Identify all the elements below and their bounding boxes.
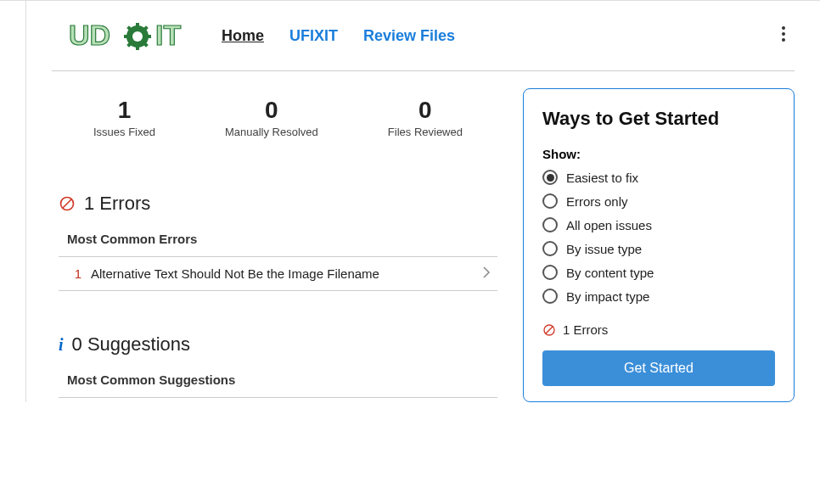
svg-line-16 xyxy=(63,199,71,208)
get-started-panel: Ways to Get Started Show: Easiest to fix… xyxy=(523,88,795,402)
get-started-button[interactable]: Get Started xyxy=(542,350,775,386)
radio-option[interactable]: By content type xyxy=(542,265,775,280)
svg-rect-3 xyxy=(136,23,139,28)
radio-indicator xyxy=(542,288,558,304)
stat-value: 1 xyxy=(93,97,155,124)
svg-rect-4 xyxy=(136,45,139,50)
udoit-logo: UD IT xyxy=(69,18,196,53)
issue-title: Alternative Text Should Not Be the Image… xyxy=(91,266,482,281)
radio-indicator xyxy=(542,217,558,232)
main-nav: Home UFIXIT Review Files xyxy=(222,27,455,45)
issue-count: 1 xyxy=(65,266,91,281)
suggestions-heading: i 0 Suggestions xyxy=(59,333,497,356)
nav-home[interactable]: Home xyxy=(222,27,264,45)
errors-heading: 1 Errors xyxy=(59,193,497,215)
svg-line-18 xyxy=(546,327,553,333)
panel-title: Ways to Get Started xyxy=(542,108,775,130)
stat-value: 0 xyxy=(225,97,318,124)
radio-label: All open issues xyxy=(566,218,652,232)
nav-ufixit[interactable]: UFIXIT xyxy=(289,27,338,45)
radio-option[interactable]: By impact type xyxy=(542,288,775,304)
info-icon: i xyxy=(59,335,64,355)
svg-rect-6 xyxy=(146,35,151,38)
chevron-right-icon xyxy=(482,266,491,282)
stat-value: 0 xyxy=(388,97,463,124)
radio-option[interactable]: Easiest to fix xyxy=(542,170,775,185)
svg-point-12 xyxy=(782,26,785,30)
radio-label: By impact type xyxy=(566,289,649,304)
divider xyxy=(59,397,497,398)
svg-point-14 xyxy=(782,38,785,42)
radio-label: By content type xyxy=(566,266,654,280)
radio-indicator xyxy=(542,193,558,209)
svg-rect-5 xyxy=(124,35,129,38)
suggestions-subhead: Most Common Suggestions xyxy=(67,372,497,387)
radio-label: Errors only xyxy=(566,194,628,209)
errors-list: 1 Alternative Text Should Not Be the Ima… xyxy=(59,256,497,291)
radio-option[interactable]: By issue type xyxy=(542,241,775,256)
forbidden-icon xyxy=(542,323,556,337)
issue-row[interactable]: 1 Alternative Text Should Not Be the Ima… xyxy=(59,257,497,290)
show-options: Easiest to fixErrors onlyAll open issues… xyxy=(542,170,775,304)
stat-manually-resolved: 0 Manually Resolved xyxy=(225,97,318,138)
forbidden-icon xyxy=(59,195,76,212)
stats-row: 1 Issues Fixed 0 Manually Resolved 0 Fil… xyxy=(59,88,497,172)
stat-label: Issues Fixed xyxy=(93,126,155,138)
svg-text:IT: IT xyxy=(155,19,181,51)
radio-option[interactable]: Errors only xyxy=(542,193,775,209)
suggestions-heading-text: 0 Suggestions xyxy=(72,333,190,356)
svg-point-11 xyxy=(132,31,143,42)
radio-indicator xyxy=(542,170,558,185)
nav-review-files[interactable]: Review Files xyxy=(363,27,455,45)
stat-files-reviewed: 0 Files Reviewed xyxy=(388,97,463,138)
stat-label: Files Reviewed xyxy=(388,126,463,138)
panel-errors: 1 Errors xyxy=(542,322,775,337)
radio-indicator xyxy=(542,265,558,280)
stat-issues-fixed: 1 Issues Fixed xyxy=(93,97,155,138)
radio-indicator xyxy=(542,241,558,256)
show-label: Show: xyxy=(542,147,775,161)
stat-label: Manually Resolved xyxy=(225,126,318,138)
radio-label: By issue type xyxy=(566,242,642,256)
panel-errors-text: 1 Errors xyxy=(563,322,608,337)
radio-option[interactable]: All open issues xyxy=(542,217,775,232)
app-header: UD IT xyxy=(52,1,795,71)
kebab-menu-icon[interactable] xyxy=(781,25,786,46)
errors-heading-text: 1 Errors xyxy=(84,193,150,215)
radio-label: Easiest to fix xyxy=(566,171,638,185)
svg-point-13 xyxy=(782,32,785,36)
svg-text:UD: UD xyxy=(69,19,110,51)
errors-subhead: Most Common Errors xyxy=(67,232,497,246)
